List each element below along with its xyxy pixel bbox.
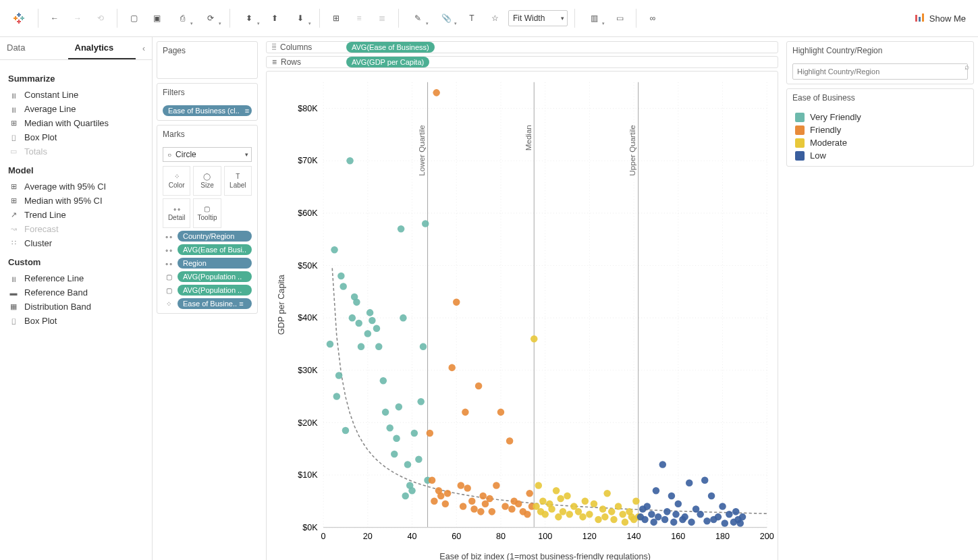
data-point[interactable] [382,409,389,416]
rows-pill[interactable]: AVG(GDP per Capita) [346,57,429,67]
show-cards-button[interactable]: ▥ [582,9,606,28]
tab-analytics[interactable]: Analytics [68,37,136,59]
data-point[interactable] [442,500,450,507]
fit-mode-select[interactable]: Fit Width [508,10,568,26]
data-point[interactable] [355,320,362,327]
data-point[interactable] [622,519,629,526]
data-point[interactable] [560,508,567,515]
data-point[interactable] [564,493,571,500]
data-point[interactable] [453,299,460,306]
data-point[interactable] [653,487,660,495]
data-point[interactable] [433,89,440,96]
data-point[interactable] [464,484,471,492]
data-point[interactable] [508,505,516,513]
data-point[interactable] [739,513,746,521]
data-point[interactable] [703,517,711,525]
collapse-sidebar-button[interactable]: ‹ [136,37,152,59]
data-point[interactable] [655,513,662,521]
data-point[interactable] [444,490,452,497]
data-point[interactable] [386,424,393,432]
sort-asc-button[interactable]: ⬆ [265,9,284,28]
show-labels-button[interactable]: ≡ [350,9,369,28]
mark-label-button[interactable]: TLabel [224,166,252,196]
data-point[interactable] [486,495,493,503]
data-point[interactable] [429,477,436,484]
data-point[interactable] [339,283,347,290]
attach-button[interactable]: 📎 [434,9,458,28]
data-point[interactable] [396,403,403,411]
data-point[interactable] [599,505,607,513]
pin-button[interactable]: ☆ [485,9,504,28]
data-point[interactable] [526,490,533,497]
data-point[interactable] [659,461,667,468]
data-point[interactable] [431,498,438,505]
data-point[interactable] [535,482,543,489]
data-point[interactable] [335,372,343,379]
refresh-button[interactable]: ⟳ [198,9,223,28]
tab-data[interactable]: Data [0,37,68,59]
legend-item[interactable]: Moderate [792,136,968,149]
analytics-item[interactable]: ⫼Average Line [8,102,144,116]
mark-detail-button[interactable]: ∘∘Detail [163,198,190,228]
data-point[interactable] [697,511,704,518]
new-datasource-button[interactable]: ▢ [124,9,143,28]
mark-pill[interactable]: AVG(Population .. [178,285,252,296]
data-point[interactable] [427,430,434,437]
data-point[interactable] [648,511,655,518]
analytics-item[interactable]: ⊞Average with 95% CI [8,179,144,194]
data-point[interactable] [579,513,587,521]
data-point[interactable] [670,519,678,526]
data-point[interactable] [661,516,669,524]
data-point[interactable] [475,383,483,390]
mark-color-button[interactable]: ⁘Color [163,166,190,196]
highlight-button[interactable]: ✎ [406,9,430,28]
data-point[interactable] [701,477,709,484]
data-point[interactable] [462,409,469,416]
data-point[interactable] [726,511,733,518]
data-point[interactable] [586,511,593,518]
data-point[interactable] [342,427,350,435]
data-point[interactable] [333,393,341,400]
data-point[interactable] [337,273,345,280]
columns-shelf[interactable]: ⦙⦙⦙Columns AVG(Ease of Business) [266,41,778,53]
data-point[interactable] [668,493,676,500]
analytics-item[interactable]: ⌷Box Plot [8,314,144,328]
data-point[interactable] [448,364,456,372]
analytics-item[interactable]: ∷Cluster [8,236,144,250]
data-point[interactable] [675,500,682,507]
data-point[interactable] [364,330,372,337]
pages-card[interactable]: Pages [157,41,258,79]
data-point[interactable] [672,511,680,518]
data-point[interactable] [408,487,416,495]
data-point[interactable] [681,513,688,521]
analytics-item[interactable]: ⌷Box Plot [8,130,144,144]
mark-pill[interactable]: Region [178,258,252,269]
data-point[interactable] [380,377,387,385]
data-point[interactable] [601,513,609,521]
data-point[interactable] [615,503,622,510]
text-button[interactable]: T [462,9,481,28]
data-point[interactable] [708,493,715,500]
data-point[interactable] [524,511,531,518]
data-point[interactable] [553,487,560,495]
presentation-button[interactable]: ▭ [610,9,629,28]
data-point[interactable] [501,503,509,510]
chart-area[interactable]: $0K$10K$20K$30K$40K$50K$60K$70K$80K02040… [266,71,778,560]
data-point[interactable] [722,520,729,527]
mark-tooltip-button[interactable]: ▢Tooltip [193,198,221,228]
data-point[interactable] [566,511,574,518]
data-point[interactable] [688,519,695,526]
data-point[interactable] [349,314,356,322]
format-button[interactable]: ≣ [373,9,391,28]
data-point[interactable] [663,508,671,515]
data-point[interactable] [732,508,740,515]
data-point[interactable] [582,498,589,505]
data-point[interactable] [619,511,626,518]
data-point[interactable] [541,511,549,518]
save-button[interactable]: ▣ [147,9,166,28]
legend-item[interactable]: Low [792,149,968,162]
data-point[interactable] [468,498,476,505]
data-point[interactable] [632,498,640,505]
data-point[interactable] [415,455,423,463]
data-point[interactable] [373,325,381,332]
